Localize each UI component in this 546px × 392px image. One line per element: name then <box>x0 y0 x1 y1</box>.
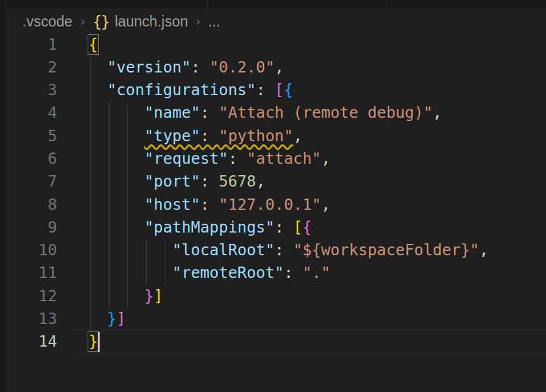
token: "port" <box>144 172 200 190</box>
json-file-icon: {} <box>93 14 109 30</box>
breadcrumb-folder[interactable]: .vscode <box>23 13 73 30</box>
token: , <box>321 195 330 214</box>
code-line-1[interactable]: 1{ <box>7 33 546 56</box>
line-number[interactable]: 14 <box>7 330 57 353</box>
token: , <box>433 103 442 122</box>
token: "${workspaceFolder}" <box>293 241 479 259</box>
line-number[interactable]: 1 <box>7 33 57 56</box>
token: : <box>191 58 210 76</box>
code-text: "version": "0.2.0", <box>89 56 284 79</box>
line-number[interactable]: 4 <box>7 101 57 124</box>
token: : <box>275 218 294 236</box>
line-number[interactable]: 6 <box>7 147 57 170</box>
code-text: } <box>89 330 98 353</box>
token: { <box>303 218 312 236</box>
token: , <box>256 172 265 190</box>
tab-strip-segment[interactable] <box>0 0 208 9</box>
token: } <box>144 287 154 305</box>
token <box>89 127 145 145</box>
code-line-11[interactable]: 11 "remoteRoot": "." <box>7 262 546 284</box>
token: "type" <box>144 127 200 145</box>
code-line-13[interactable]: 13 }] <box>7 308 546 330</box>
line-number[interactable]: 9 <box>7 216 57 239</box>
token: "0.2.0" <box>209 58 274 76</box>
token <box>89 287 145 305</box>
text-cursor <box>98 332 100 352</box>
token: "remoteRoot" <box>172 263 284 282</box>
token: "name" <box>144 103 200 122</box>
code-line-10[interactable]: 10 "localRoot": "${workspaceFolder}", <box>7 239 546 262</box>
token: : <box>256 81 275 99</box>
token: "version" <box>107 58 191 76</box>
line-number[interactable]: 8 <box>7 193 57 216</box>
code-line-2[interactable]: 2 "version": "0.2.0", <box>7 56 546 79</box>
chevron-right-icon <box>194 17 202 27</box>
indent-guide <box>146 239 147 285</box>
indent-guide <box>127 102 129 308</box>
line-number[interactable]: 11 <box>7 262 57 284</box>
indent-guide <box>108 102 110 308</box>
token <box>89 103 145 122</box>
token: "attach" <box>247 149 321 168</box>
code-text: "pathMappings": [{ <box>89 216 312 239</box>
token: "localRoot" <box>172 241 274 259</box>
token: "configurations" <box>107 81 256 99</box>
token: "request" <box>144 149 228 168</box>
code-text: }] <box>89 285 163 308</box>
tab-strip-segment[interactable] <box>386 0 546 9</box>
tab-strip-segment[interactable] <box>208 0 386 9</box>
code-line-3[interactable]: 3 "configurations": [{ <box>7 79 546 101</box>
chevron-right-icon <box>78 17 87 27</box>
code-text: "host": "127.0.0.1", <box>89 193 331 216</box>
code-text: "configurations": [{ <box>89 79 294 101</box>
window-left-edge <box>0 0 6 392</box>
tab-bar <box>0 0 546 9</box>
line-number[interactable]: 2 <box>7 56 57 79</box>
token: } <box>107 309 117 328</box>
token: : <box>284 263 303 282</box>
code-text: "type": "python", <box>89 125 303 147</box>
token: [ <box>275 81 284 99</box>
code-line-9[interactable]: 9 "pathMappings": [{ <box>7 216 546 239</box>
token <box>89 241 173 259</box>
token: "pathMappings" <box>144 218 275 236</box>
token <box>89 172 145 190</box>
breadcrumb: .vscode {} launch.json ... <box>7 10 546 33</box>
breadcrumb-symbol-ellipsis[interactable]: ... <box>208 13 220 30</box>
token: ] <box>117 309 126 328</box>
code-line-5[interactable]: 5 "type": "python", <box>7 125 546 147</box>
code-text: }] <box>89 308 126 330</box>
token: : <box>200 103 219 122</box>
code-line-6[interactable]: 6 "request": "attach", <box>7 147 546 170</box>
line-number[interactable]: 13 <box>7 308 57 330</box>
breadcrumb-file[interactable]: launch.json <box>115 13 188 30</box>
code-line-12[interactable]: 12 }] <box>7 285 546 308</box>
line-number[interactable]: 3 <box>7 79 57 101</box>
token: , <box>479 241 489 259</box>
code-area: 1{2 "version": "0.2.0",3 "configurations… <box>7 33 546 354</box>
current-line-highlight <box>71 330 546 353</box>
token <box>89 309 108 328</box>
code-text: "port": 5678, <box>89 170 265 193</box>
code-line-14[interactable]: 14} <box>7 330 546 353</box>
token <box>89 195 145 214</box>
line-number[interactable]: 7 <box>7 170 57 193</box>
editor-pane: .vscode {} launch.json ... 1{2 "version"… <box>7 10 546 392</box>
line-number[interactable]: 10 <box>7 239 57 262</box>
token: : <box>200 195 219 214</box>
token: ] <box>154 287 163 305</box>
code-line-7[interactable]: 7 "port": 5678, <box>7 170 546 193</box>
token: 5678 <box>219 172 256 190</box>
code-text: "remoteRoot": "." <box>89 262 331 284</box>
line-number[interactable]: 12 <box>7 285 57 308</box>
line-number[interactable]: 5 <box>7 125 57 147</box>
token: { <box>284 81 293 99</box>
code-line-4[interactable]: 4 "name": "Attach (remote debug)", <box>7 101 546 124</box>
token: [ <box>293 218 303 236</box>
code-text: { <box>89 33 98 56</box>
token: "127.0.0.1" <box>219 195 321 214</box>
indent-guide <box>165 239 166 285</box>
token: "python" <box>219 127 293 145</box>
code-text: "request": "attach", <box>89 147 331 170</box>
code-line-8[interactable]: 8 "host": "127.0.0.1", <box>7 193 546 216</box>
